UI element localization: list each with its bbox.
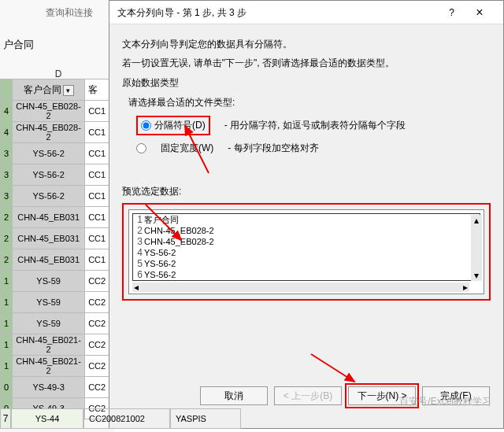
row-header[interactable]: 1 — [1, 334, 13, 356]
preview-scrollbar-v[interactable]: ▴▾ — [471, 215, 482, 281]
filter-dropdown-icon[interactable]: ▾ — [63, 85, 74, 96]
cell[interactable]: CC2 — [85, 377, 112, 398]
text-to-columns-wizard-dialog: 文本分列向导 - 第 1 步, 共 3 步 ? × 文本分列向导判定您的数据具有… — [109, 0, 504, 429]
cell[interactable]: CHN-45_EB031 — [13, 249, 85, 271]
scroll-up-icon[interactable]: ▴ — [474, 215, 479, 226]
column-header-d[interactable]: D — [54, 68, 63, 79]
preview-scrollbar-h[interactable]: ◂▸ — [132, 282, 469, 292]
cell[interactable]: CC1 — [85, 186, 112, 207]
cell[interactable]: CC2 — [85, 292, 112, 313]
cell[interactable]: YS-59 — [13, 271, 85, 292]
row-header[interactable]: 2 — [1, 228, 13, 249]
preview-line: 4YS-56-2 — [133, 247, 480, 258]
watermark: 百安号/Excel教程学习 — [399, 395, 491, 408]
preview-label: 预览选定数据: — [122, 185, 491, 198]
close-button[interactable]: × — [464, 1, 495, 24]
cell[interactable]: CC2 — [85, 313, 112, 334]
cell[interactable]: YS-56-2 — [13, 164, 85, 186]
preview-line: 2CHN-45_EB028-2 — [133, 225, 480, 236]
cell[interactable]: YASPIS — [170, 408, 241, 429]
row-header[interactable]: 1 — [1, 356, 13, 377]
table-header-cell[interactable]: 客 — [85, 79, 112, 101]
radio-fixed-width[interactable] — [136, 143, 146, 153]
row-header[interactable]: 2 — [1, 249, 13, 271]
row-header[interactable]: 4 — [1, 101, 13, 122]
row-header[interactable]: 3 — [1, 164, 13, 186]
row-header[interactable]: 1 — [1, 313, 13, 334]
row-header[interactable] — [1, 79, 13, 101]
cell[interactable]: CHN-45_EB028-2 — [13, 101, 85, 122]
preview-line: 1客户合同 — [133, 214, 480, 225]
choose-type-label: 请选择最合适的文件类型: — [128, 96, 484, 109]
preview-box: 1客户合同2CHN-45_EB028-23CHN-45_EB028-24YS-5… — [128, 209, 484, 294]
preview-line: 3CHN-45_EB028-2 — [133, 236, 480, 247]
cell[interactable]: YS-59 — [13, 292, 85, 313]
cell[interactable]: CHN-45_EB031 — [13, 228, 85, 249]
wizard-intro-2: 若一切设置无误, 请单击"下一步", 否则请选择最合适的数据类型。 — [122, 56, 491, 70]
cell[interactable]: CC2 — [85, 271, 112, 292]
back-button: < 上一步(B) — [274, 386, 342, 405]
cell[interactable]: YS-56-2 — [13, 143, 85, 164]
row-header[interactable]: 0 — [1, 377, 13, 398]
row-header[interactable]: 1 — [1, 271, 13, 292]
cell[interactable]: YS-49-3 — [13, 377, 85, 398]
table-header-cell[interactable]: 客户合同▾ — [13, 79, 85, 101]
scroll-down-icon[interactable]: ▾ — [474, 270, 479, 281]
dialog-title: 文本分列向导 - 第 1 步, 共 3 步 — [117, 1, 246, 24]
cell[interactable]: CC1 — [85, 207, 112, 228]
cell[interactable]: CHN-45_EB021-2 — [13, 334, 85, 356]
cell[interactable]: CC1 — [85, 122, 112, 143]
cell[interactable]: YS-44 — [11, 408, 83, 429]
scroll-right-icon[interactable]: ▸ — [463, 282, 468, 293]
radio-delimited-label[interactable]: 分隔符号(D) — [154, 119, 206, 132]
worksheet-grid: 客户合同▾ 客 4CHN-45_EB028-2CC14CHN-45_EB028-… — [0, 79, 112, 419]
cell[interactable]: CHN-45_EB021-2 — [13, 356, 85, 377]
row-header[interactable]: 4 — [1, 122, 13, 143]
cell[interactable]: CHN-45_EB028-2 — [13, 122, 85, 143]
cell[interactable]: CC200821002 — [83, 408, 170, 429]
radio-fixed-width-label[interactable]: 固定宽度(W) — [161, 142, 213, 155]
row-header[interactable]: 3 — [1, 186, 13, 207]
cell[interactable]: CC2 — [85, 356, 112, 377]
cell[interactable]: CHN-45_EB031 — [13, 207, 85, 228]
wizard-intro-1: 文本分列向导判定您的数据具有分隔符。 — [122, 37, 491, 51]
radio-delimited-desc: - 用分隔字符, 如逗号或制表符分隔每个字段 — [224, 119, 406, 132]
radio-delimited[interactable] — [141, 120, 151, 131]
cell[interactable]: CC2 — [85, 334, 112, 356]
cell[interactable]: CC1 — [85, 164, 112, 186]
cell[interactable]: CC1 — [85, 249, 112, 271]
formula-bar-text: 户合同 — [3, 38, 34, 52]
row-header[interactable]: 7 — [0, 408, 11, 429]
preview-line: 5YS-56-2 — [133, 258, 480, 269]
fieldset-title: 原始数据类型 — [122, 76, 491, 90]
row-header[interactable]: 1 — [1, 292, 13, 313]
ribbon-query-connect[interactable]: 查询和连接 — [46, 6, 93, 20]
cell[interactable]: YS-59 — [13, 313, 85, 334]
row-header[interactable]: 2 — [1, 207, 13, 228]
cell[interactable]: CC1 — [85, 228, 112, 249]
cell[interactable]: CC1 — [85, 101, 112, 122]
cancel-button[interactable]: 取消 — [200, 386, 268, 405]
scroll-left-icon[interactable]: ◂ — [134, 282, 139, 293]
preview-line: 6YS-56-2 — [133, 269, 480, 280]
radio-fixed-width-desc: - 每列字段加空格对齐 — [228, 142, 318, 155]
help-button[interactable]: ? — [449, 1, 454, 24]
row-header[interactable]: 3 — [1, 143, 13, 164]
cell[interactable]: YS-56-2 — [13, 186, 85, 207]
cell[interactable]: CC1 — [85, 143, 112, 164]
